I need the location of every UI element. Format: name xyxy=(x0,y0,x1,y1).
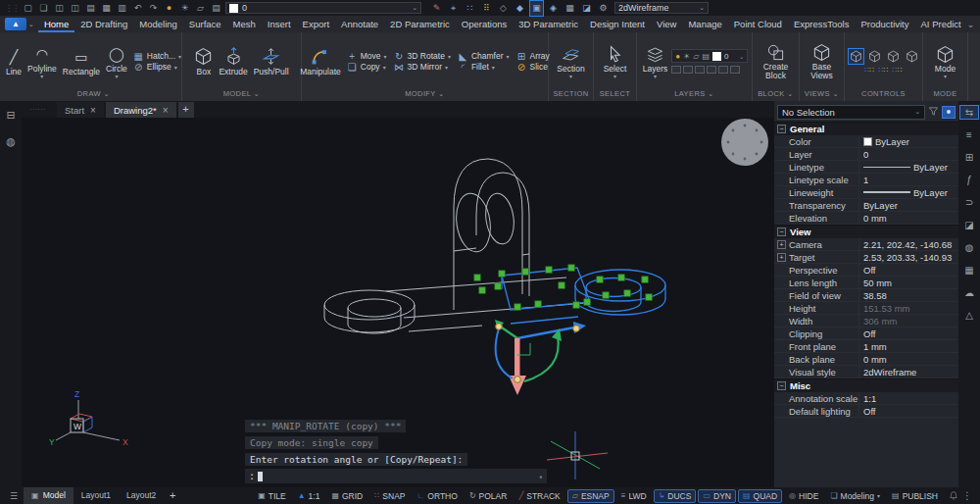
ucs-tool-icon[interactable]: ⌖ xyxy=(447,1,460,16)
collapse-icon[interactable]: − xyxy=(777,125,786,133)
view-control-icon[interactable] xyxy=(867,49,882,64)
dropdown-caret-icon[interactable]: ▾ xyxy=(654,75,657,78)
status-toggle-lwd[interactable]: ≡LWD xyxy=(616,489,652,503)
parameters-panel-icon[interactable]: ƒ xyxy=(960,174,978,186)
open-file-icon[interactable]: ❏ xyxy=(37,1,50,16)
status-toggle-ducs[interactable]: ↳DUCS xyxy=(654,489,697,503)
status-toggle-strack[interactable]: ╱STRACK xyxy=(514,489,564,503)
plot-icon[interactable]: ▥ xyxy=(116,1,128,16)
layer-on-icon[interactable]: ● xyxy=(675,52,680,61)
status-toggle-snap[interactable]: ∷SNAP xyxy=(369,489,410,503)
ribbon-group-caption-block[interactable]: BLOCK ⌄ xyxy=(753,88,799,101)
document-tab-start[interactable]: Start× xyxy=(57,102,104,118)
attachments-panel-icon[interactable]: ⊃ xyxy=(960,196,978,209)
layout-tab-layout1[interactable]: Layout1 xyxy=(74,487,119,504)
menu-tab-home[interactable]: Home xyxy=(38,16,74,32)
menu-tab-view[interactable]: View xyxy=(651,16,682,32)
menu-tab-operations[interactable]: Operations xyxy=(456,16,513,32)
viewport-icon[interactable]: ▣ xyxy=(530,1,543,16)
control-grid-icon[interactable]: ∷∷ xyxy=(878,67,888,75)
dropdown-caret-icon[interactable]: ▾ xyxy=(506,53,509,60)
quick-select-button[interactable] xyxy=(942,106,956,119)
status-toggle-dyn[interactable]: ▭DYN xyxy=(698,489,736,503)
undo-icon[interactable]: ↶ xyxy=(131,1,144,16)
menu-tab-surface[interactable]: Surface xyxy=(183,16,227,32)
dropdown-caret-icon[interactable]: ▾ xyxy=(174,64,177,71)
collapse-icon[interactable]: − xyxy=(777,227,786,236)
view-cube-icon[interactable]: ◇ xyxy=(497,1,510,16)
chevron-down-icon[interactable]: ⌄ xyxy=(914,108,920,116)
layer-tool-icon[interactable] xyxy=(695,66,705,74)
save-icon[interactable]: ◫ xyxy=(53,1,66,16)
menu-tab-manage[interactable]: Manage xyxy=(682,16,727,32)
property-row-front-plane[interactable]: Front plane1 mm xyxy=(774,340,958,353)
menu-tab-ai-predict[interactable]: AI Predict xyxy=(915,16,967,32)
render-preset-icon[interactable]: ◈ xyxy=(547,1,560,16)
new-file-icon[interactable]: ▢ xyxy=(22,1,34,16)
property-section-general[interactable]: −General xyxy=(774,122,958,135)
property-row-back-plane[interactable]: Back plane0 mm xyxy=(774,353,958,366)
layer-freeze-icon[interactable]: ☀ xyxy=(683,52,690,61)
grid-tool-icon[interactable]: ⠿ xyxy=(480,1,493,16)
dropdown-caret-icon[interactable]: ▾ xyxy=(384,53,387,60)
sheet-icon[interactable]: ◪ xyxy=(580,1,593,16)
ribbon-group-caption-section[interactable]: SECTION xyxy=(549,88,593,101)
layer-print-icon[interactable]: ▤ xyxy=(210,1,222,16)
ribbon-button-fillet[interactable]: ◜Fillet▾ xyxy=(458,62,510,73)
ribbon-group-caption-draw[interactable]: DRAW ⌄ xyxy=(6,88,181,101)
layer-freeze-icon[interactable]: ☀ xyxy=(178,1,191,16)
warnings-panel-icon[interactable]: △ xyxy=(960,309,978,322)
ribbon-button-array[interactable]: ⊞Array xyxy=(516,51,550,62)
status-toggle-esnap[interactable]: ▱ESNAP xyxy=(567,489,614,503)
redo-icon[interactable]: ↷ xyxy=(147,1,160,16)
selection-grips[interactable] xyxy=(474,265,653,311)
dropdown-caret-icon[interactable]: ▾ xyxy=(40,75,43,78)
chevron-down-icon[interactable]: ⌄ xyxy=(412,4,417,12)
ribbon-button-move[interactable]: +Move▾ xyxy=(347,51,387,62)
view-control-icon[interactable] xyxy=(905,49,919,64)
blocks-panel-icon[interactable]: ⊞ xyxy=(960,151,978,164)
ribbon-button-rectangle[interactable]: ▭Rectangle xyxy=(61,46,102,77)
tabbar-grip[interactable]: ⋯⋯ xyxy=(29,105,45,114)
ribbon-group-caption-controls[interactable]: CONTROLS xyxy=(845,88,922,101)
dropdown-caret-icon[interactable]: ▾ xyxy=(877,492,880,499)
menu-tab-mesh[interactable]: Mesh xyxy=(227,16,262,32)
hamburger-menu-icon[interactable]: ☰ xyxy=(5,491,23,501)
render-panel-icon[interactable]: ◍ xyxy=(6,135,16,148)
gear-icon[interactable]: ⚙ xyxy=(597,1,610,16)
layer-state-combo[interactable]: ● ☀ ▱ ▤ 0 ⌄ xyxy=(671,49,748,63)
menu-tab-insert[interactable]: Insert xyxy=(262,16,297,32)
ribbon-button-manipulate[interactable]: Manipulate xyxy=(298,46,343,77)
ribbon-button-polyline[interactable]: ◠Polyline▾ xyxy=(25,43,59,79)
layer-tool-icon[interactable] xyxy=(671,66,681,74)
ribbon-group-caption-select[interactable]: SELECT xyxy=(594,88,636,101)
ribbon-button-chamfer[interactable]: ◣Chamfer▾ xyxy=(458,51,510,62)
ribbon-group-caption-mode[interactable]: MODE xyxy=(923,88,967,101)
properties-panel-icon[interactable]: ⇆ xyxy=(960,106,978,119)
ribbon-button-create-block[interactable]: Create Block xyxy=(755,41,797,81)
export-pdf-icon[interactable]: ▤ xyxy=(84,1,97,16)
collapse-icon[interactable]: − xyxy=(777,381,786,390)
status-toggle-ortho[interactable]: ∟ORTHO xyxy=(412,489,462,503)
dropdown-caret-icon[interactable]: ▾ xyxy=(178,53,181,60)
menu-tab-expresstools[interactable]: ExpressTools xyxy=(788,16,856,32)
menu-tab-design-intent[interactable]: Design Intent xyxy=(584,16,651,32)
property-row-perspective[interactable]: PerspectiveOff xyxy=(774,264,958,277)
property-row-elevation[interactable]: Elevation0 mm xyxy=(774,212,958,225)
status-toggle-grid[interactable]: ▦GRID xyxy=(326,489,368,503)
close-tab-icon[interactable]: × xyxy=(163,105,169,116)
layer-print-icon[interactable]: ▤ xyxy=(702,52,710,61)
property-row-lens-length[interactable]: Lens length50 mm xyxy=(774,277,958,289)
property-row-lineweight[interactable]: LineweightByLayer xyxy=(774,186,958,199)
dropdown-caret-icon[interactable]: ▾ xyxy=(383,64,386,71)
layer-tool-icon[interactable] xyxy=(730,66,740,74)
ribbon-button-extrude[interactable]: Extrude xyxy=(217,46,249,77)
ribbon-button-slice[interactable]: ⊘Slice xyxy=(516,62,550,73)
view-control-active-icon[interactable] xyxy=(849,49,863,64)
chevron-down-icon[interactable]: ⌄ xyxy=(28,21,34,28)
command-expand-icon[interactable]: ▴ xyxy=(539,473,543,480)
property-row-visual-style[interactable]: Visual style2dWireframe xyxy=(774,366,958,378)
property-row-height[interactable]: Height151.53 mm xyxy=(774,302,958,315)
menu-tab-2d-parametric[interactable]: 2D Parametric xyxy=(384,16,456,32)
property-row-annotation-scale[interactable]: Annotation scale1:1 xyxy=(774,392,958,405)
